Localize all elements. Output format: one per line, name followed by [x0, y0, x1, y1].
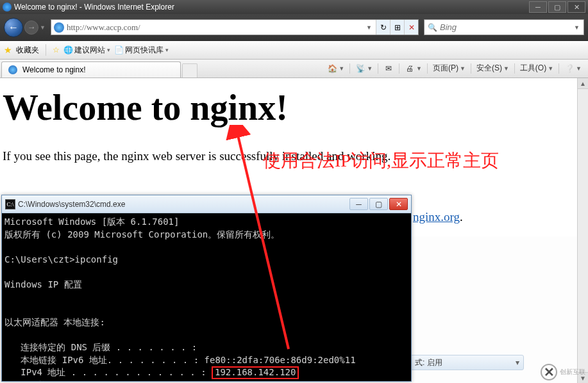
- cmd-window: C:\ C:\Windows\system32\cmd.exe ─ ▢ ✕ Mi…: [1, 195, 412, 382]
- address-bar[interactable]: ▼ ↻ ⊞ ✕: [51, 19, 419, 35]
- rss-icon: 📡: [355, 63, 365, 74]
- search-dropdown[interactable]: ▼: [570, 24, 584, 31]
- window-titlebar: Welcome to nginx! - Windows Internet Exp…: [0, 0, 588, 14]
- page-heading: Welcome to nginx!: [3, 90, 585, 126]
- favorites-star-icon[interactable]: ★: [4, 45, 12, 55]
- suggested-sites-link[interactable]: 🌐 建议网站: [63, 45, 110, 56]
- cmd-tools[interactable]: 工具(O)▼: [517, 61, 556, 76]
- cmd-home[interactable]: 🏠▼: [324, 61, 347, 76]
- help-icon: ❔: [564, 63, 575, 74]
- cmd-feeds[interactable]: 📡▼: [353, 61, 375, 76]
- back-button[interactable]: ←: [4, 18, 23, 37]
- history-dropdown[interactable]: ▼: [40, 24, 46, 31]
- cmd-pre: Microsoft Windows [版本 6.1.7601] 版权所有 (c)…: [4, 216, 356, 377]
- ipv4-highlight: 192.168.142.120: [212, 366, 299, 379]
- watermark-logo: ✕: [541, 364, 557, 380]
- cmd-icon: C:\: [5, 199, 15, 209]
- refresh-button[interactable]: ↻: [376, 20, 390, 35]
- address-dropdown[interactable]: ▼: [362, 24, 376, 31]
- new-tab-button[interactable]: [182, 63, 197, 77]
- page-icon: 📄: [114, 45, 123, 54]
- nginx-link[interactable]: nginx.org: [413, 210, 460, 224]
- print-icon: 🖨: [405, 63, 415, 74]
- separator: [46, 44, 46, 56]
- command-bar: 🏠▼ 📡▼ ✉ 🖨▼ 页面(P)▼ 安全(S)▼ 工具(O)▼ ❔▼: [324, 59, 587, 77]
- scroll-up-icon[interactable]: ▲: [578, 78, 588, 89]
- status-text: 式: 启用: [415, 357, 442, 368]
- url-input[interactable]: [67, 22, 362, 33]
- cmd-post: 子网掩码 . . . . . . . . . . . . : 255.255.2…: [4, 380, 303, 381]
- add-favorite-icon[interactable]: ☆: [53, 45, 60, 54]
- stop-button[interactable]: ✕: [404, 20, 418, 35]
- status-fragment: 式: 启用 ▾: [410, 355, 524, 370]
- cmd-minimize-button[interactable]: ─: [349, 198, 368, 210]
- cmd-maximize-button[interactable]: ▢: [369, 198, 388, 210]
- globe-icon: 🌐: [63, 45, 72, 54]
- link-suffix: .: [460, 210, 463, 224]
- menu-label: 工具(O): [520, 63, 546, 74]
- cmd-mail[interactable]: ✉: [381, 61, 396, 76]
- minimize-button[interactable]: ─: [529, 1, 547, 13]
- ie-icon: [3, 3, 12, 12]
- link-label: 网页快讯库: [125, 45, 164, 56]
- watermark: ✕ 创新互联: [541, 364, 585, 380]
- tab-favicon: [8, 65, 17, 74]
- cmd-output: Microsoft Windows [版本 6.1.7601] 版权所有 (c)…: [2, 213, 411, 381]
- forward-button[interactable]: →: [24, 20, 38, 35]
- menu-label: 安全(S): [476, 63, 502, 74]
- page-scrollbar[interactable]: ▲ ▼: [577, 78, 588, 383]
- tab-active[interactable]: Welcome to nginx!: [1, 61, 181, 77]
- cmd-titlebar[interactable]: C:\ C:\Windows\system32\cmd.exe ─ ▢ ✕: [2, 195, 411, 213]
- cmd-title-text: C:\Windows\system32\cmd.exe: [18, 200, 125, 209]
- close-button[interactable]: ✕: [567, 1, 585, 13]
- navigation-bar: ← → ▼ ▼ ↻ ⊞ ✕ 🔍 ▼: [0, 14, 588, 41]
- favorites-label[interactable]: 收藏夹: [16, 45, 39, 56]
- compat-button[interactable]: ⊞: [390, 20, 404, 35]
- chevron-down-icon[interactable]: ▾: [516, 358, 519, 367]
- favorites-bar: ★ 收藏夹 ☆ 🌐 建议网站 📄 网页快讯库: [0, 41, 588, 60]
- maximize-button[interactable]: ▢: [548, 1, 566, 13]
- mail-icon: ✉: [383, 63, 394, 74]
- cmd-page[interactable]: 页面(P)▼: [430, 61, 468, 76]
- link-label: 建议网站: [74, 45, 105, 56]
- search-box[interactable]: 🔍 ▼: [424, 19, 584, 35]
- cmd-safety[interactable]: 安全(S)▼: [474, 61, 512, 76]
- home-icon: 🏠: [327, 63, 337, 74]
- cmd-help[interactable]: ❔▼: [562, 61, 584, 76]
- cmd-print[interactable]: 🖨▼: [402, 61, 424, 76]
- cmd-close-button[interactable]: ✕: [389, 198, 408, 210]
- search-input[interactable]: [440, 22, 570, 32]
- watermark-text: 创新互联: [560, 368, 585, 377]
- search-icon: 🔍: [427, 22, 437, 33]
- tab-title: Welcome to nginx!: [22, 65, 86, 74]
- annotation-text: 使用合法IP访问,显示正常主页: [263, 149, 499, 173]
- web-slices-link[interactable]: 📄 网页快讯库: [114, 45, 169, 56]
- menu-label: 页面(P): [433, 63, 458, 74]
- tab-bar: Welcome to nginx! 🏠▼ 📡▼ ✉ 🖨▼ 页面(P)▼ 安全(S…: [0, 60, 588, 78]
- site-icon: [54, 22, 64, 33]
- window-title: Welcome to nginx! - Windows Internet Exp…: [14, 3, 174, 12]
